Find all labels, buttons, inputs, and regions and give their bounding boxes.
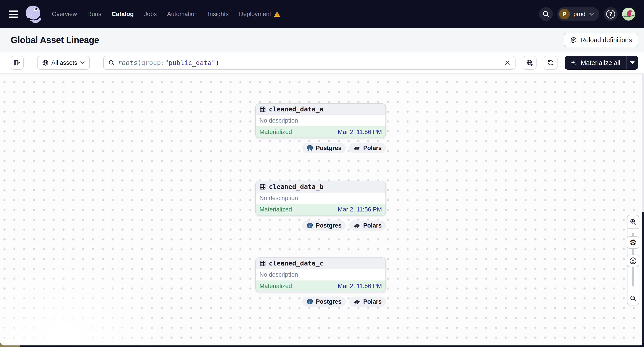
tag-postgres[interactable]: Postgres: [302, 143, 346, 153]
vertical-scrollbar[interactable]: [642, 74, 644, 346]
asset-node-cleaned-data-b[interactable]: cleaned_data_b No description Materializ…: [256, 181, 386, 216]
asset-name: cleaned_data_a: [269, 105, 323, 113]
asset-tags-row: Postgres Polars: [256, 220, 386, 231]
panel-expand-icon: [14, 60, 20, 66]
gear-icon: ⚙: [630, 239, 637, 247]
user-avatar[interactable]: [622, 7, 635, 20]
nav-item-jobs[interactable]: Jobs: [144, 11, 157, 18]
download-icon: [629, 257, 637, 265]
dagster-app-window: Overview Runs Catalog Jobs Automation In…: [0, 0, 644, 346]
download-image-button[interactable]: [627, 255, 639, 267]
nav-item-overview[interactable]: Overview: [52, 11, 77, 18]
table-icon: [260, 260, 266, 267]
polars-bear-icon: [354, 299, 361, 304]
page-header: Global Asset Lineage Reload definitions: [0, 28, 644, 52]
asset-name: cleaned_data_c: [269, 260, 323, 267]
table-icon: [260, 184, 266, 190]
asset-status-row: Materialized Mar 2, 11:56 PM: [256, 204, 386, 215]
asset-node-cleaned-data-c[interactable]: cleaned_data_c No description Materializ…: [256, 258, 386, 292]
help-button[interactable]: ?: [604, 7, 618, 21]
asset-node-header: cleaned_data_c: [256, 258, 386, 269]
environment-initial-badge: P: [559, 9, 570, 19]
dagster-logo-icon[interactable]: [24, 4, 44, 24]
clear-query-button[interactable]: [504, 60, 510, 66]
tag-postgres[interactable]: Postgres: [302, 297, 346, 307]
environment-name: prod: [574, 11, 586, 18]
asset-node-header: cleaned_data_a: [256, 104, 386, 115]
asset-selection-input[interactable]: roots(group:"public_data"): [103, 56, 516, 70]
nav-item-deployment[interactable]: Deployment: [239, 11, 280, 18]
global-search-button[interactable]: [539, 7, 553, 21]
search-icon: [542, 10, 550, 18]
question-mark-icon: ?: [606, 9, 615, 18]
warning-triangle-icon: [274, 11, 280, 17]
nav-item-runs[interactable]: Runs: [87, 11, 102, 18]
zoom-out-button[interactable]: [628, 291, 639, 305]
hamburger-menu-icon[interactable]: [9, 10, 18, 18]
zoom-out-icon: [630, 295, 637, 302]
search-icon: [108, 59, 115, 66]
lineage-toolbar: All assets roots(group:"public_data"): [0, 52, 644, 74]
materialization-timestamp[interactable]: Mar 2, 11:56 PM: [338, 129, 382, 136]
new-catalog-view-button[interactable]: [523, 56, 536, 70]
asset-node-cleaned-data-a[interactable]: cleaned_data_a No description Materializ…: [256, 103, 386, 138]
open-sidebar-panel-button[interactable]: [11, 56, 24, 70]
asset-name: cleaned_data_b: [269, 183, 323, 190]
zoom-in-icon: [630, 218, 637, 225]
tag-polars[interactable]: Polars: [349, 220, 386, 231]
polars-bear-icon: [354, 146, 361, 150]
status-badge: Materialized: [260, 206, 292, 213]
asset-status-row: Materialized Mar 2, 11:56 PM: [256, 281, 386, 292]
materialization-timestamp[interactable]: Mar 2, 11:56 PM: [338, 206, 382, 213]
materialize-all-button[interactable]: Materialize all: [565, 56, 626, 70]
tag-polars[interactable]: Polars: [349, 297, 386, 307]
tag-postgres[interactable]: Postgres: [302, 220, 346, 231]
asset-tags-row: Postgres Polars: [256, 143, 386, 153]
sparkles-icon: [570, 59, 578, 66]
asset-tags-row: Postgres Polars: [256, 297, 386, 307]
table-icon: [260, 106, 266, 112]
chevron-down-icon: [80, 61, 85, 64]
graph-settings-button[interactable]: ⚙: [627, 236, 639, 249]
status-badge: Materialized: [260, 283, 292, 290]
postgres-icon: [306, 298, 313, 305]
refresh-button[interactable]: [544, 56, 558, 70]
materialize-split-button: Materialize all: [565, 56, 638, 70]
navbar-right-cluster: P prod ?: [539, 7, 635, 21]
asset-node-header: cleaned_data_b: [256, 181, 386, 192]
polars-bear-icon: [354, 223, 361, 228]
caret-down-icon: [630, 61, 634, 64]
page-title: Global Asset Lineage: [11, 35, 99, 45]
reload-cube-icon: [570, 36, 577, 43]
tag-polars[interactable]: Polars: [349, 143, 386, 153]
asset-status-row: Materialized Mar 2, 11:56 PM: [256, 126, 386, 138]
postgres-icon: [306, 222, 313, 229]
asset-scope-dropdown[interactable]: All assets: [37, 56, 90, 70]
asset-description: No description: [256, 269, 386, 281]
postgres-icon: [306, 145, 313, 151]
asset-selection-query: roots(group:"public_data"): [118, 59, 220, 66]
globe-icon: [42, 59, 49, 66]
lineage-graph-canvas[interactable]: cleaned_data_a No description Materializ…: [0, 74, 644, 346]
materialize-options-button[interactable]: [626, 56, 638, 70]
status-badge: Materialized: [260, 129, 292, 136]
nav-item-automation[interactable]: Automation: [167, 11, 198, 18]
top-navbar: Overview Runs Catalog Jobs Automation In…: [0, 0, 644, 28]
asset-description: No description: [256, 192, 386, 204]
environment-switcher[interactable]: P prod: [557, 7, 599, 21]
nav-item-catalog[interactable]: Catalog: [112, 11, 134, 18]
materialization-timestamp[interactable]: Mar 2, 11:56 PM: [338, 283, 382, 290]
reload-definitions-button[interactable]: Reload definitions: [564, 32, 638, 47]
primary-nav: Overview Runs Catalog Jobs Automation In…: [52, 11, 280, 18]
refresh-icon: [547, 59, 554, 66]
chevron-down-icon: [589, 12, 594, 16]
asset-description: No description: [256, 115, 386, 126]
nav-item-insights[interactable]: Insights: [208, 11, 228, 18]
globe-plus-icon: [526, 59, 533, 66]
zoom-in-button[interactable]: [628, 215, 639, 228]
